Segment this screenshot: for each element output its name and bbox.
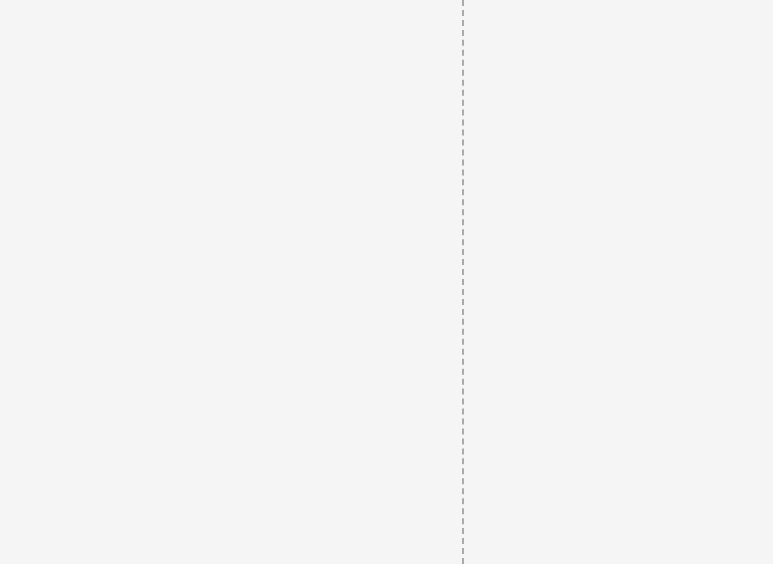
connections-svg [0, 0, 773, 564]
dashed-divider [462, 0, 464, 564]
